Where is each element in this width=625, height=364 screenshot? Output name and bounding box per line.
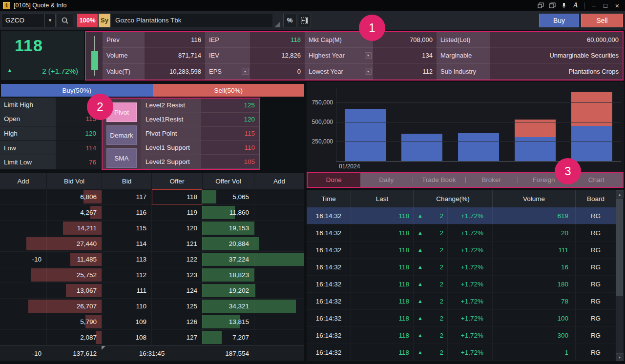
bid-price-cell[interactable]: 109: [102, 314, 151, 329]
offer-volume-cell[interactable]: 18,823: [202, 267, 254, 283]
offer-volume-cell[interactable]: 11,860: [202, 205, 254, 220]
dropdown-arrow-icon[interactable]: ▼: [365, 68, 372, 75]
zoom-level-badge[interactable]: 100%: [77, 14, 98, 27]
bid-price-cell[interactable]: 108: [102, 330, 151, 345]
offer-price-cell[interactable]: 125: [151, 299, 202, 314]
restore-window-icon[interactable]: [536, 1, 545, 10]
offer-price-cell[interactable]: 118: [151, 189, 202, 204]
bid-price-cell[interactable]: 117: [102, 189, 151, 204]
offer-volume-cell[interactable]: 5,065: [202, 189, 254, 204]
bid-volume-cell[interactable]: 4,267: [46, 205, 102, 220]
add-cell[interactable]: [0, 314, 46, 329]
security-name-field[interactable]: Gozco Plantations Tbk: [111, 14, 272, 27]
bid-price-cell[interactable]: 116: [102, 205, 151, 220]
add-cell[interactable]: [254, 299, 304, 314]
sell-button[interactable]: Sell: [581, 14, 623, 27]
add-cell[interactable]: [254, 189, 304, 204]
add-cell[interactable]: [0, 330, 46, 345]
add-cell[interactable]: -10: [0, 252, 46, 267]
bid-volume-cell[interactable]: 11,485: [46, 252, 102, 267]
bid-volume-cell[interactable]: 2,087: [46, 330, 102, 345]
tab-done[interactable]: Done: [308, 173, 360, 187]
add-cell[interactable]: [254, 283, 304, 298]
bid-volume-cell[interactable]: 27,440: [46, 236, 102, 251]
bid-price-cell[interactable]: 111: [102, 283, 151, 298]
minimize-icon[interactable]: –: [589, 1, 599, 10]
done-trade-row[interactable]: 16:14:32118▲2+1.72%100RG: [307, 310, 616, 327]
tab-daily[interactable]: Daily: [360, 173, 413, 187]
add-cell[interactable]: [0, 299, 46, 314]
add-cell[interactable]: [0, 236, 46, 251]
done-trade-row[interactable]: 16:14:32118▲2+1.72%300RG: [307, 327, 616, 344]
add-cell[interactable]: [254, 267, 304, 283]
add-cell[interactable]: [254, 252, 304, 267]
maximize-icon[interactable]: □: [601, 1, 610, 10]
offer-volume-cell[interactable]: 19,202: [202, 283, 254, 298]
add-cell[interactable]: [0, 205, 46, 220]
offer-price-cell[interactable]: 124: [151, 283, 202, 298]
pivot-button-demark[interactable]: Demark: [106, 125, 137, 145]
bid-price-cell[interactable]: 115: [102, 221, 151, 236]
offer-volume-cell[interactable]: 34,321: [202, 299, 254, 314]
scrollbar[interactable]: ▲ ▼: [616, 190, 624, 361]
bid-volume-cell[interactable]: 26,707: [46, 299, 102, 314]
add-cell[interactable]: [0, 283, 46, 298]
bid-volume-cell[interactable]: 5,790: [46, 314, 102, 329]
bid-price-cell[interactable]: 112: [102, 267, 151, 283]
done-trade-row[interactable]: 16:14:32118▲2+1.72%180RG: [307, 276, 616, 293]
dock-panel-button[interactable]: [298, 14, 311, 27]
scrollbar-thumb[interactable]: [616, 199, 623, 296]
add-cell[interactable]: [254, 330, 304, 345]
offer-price-cell[interactable]: 122: [151, 252, 202, 267]
tab-broker[interactable]: Broker: [465, 173, 518, 187]
done-trade-row[interactable]: 16:14:32118▲2+1.72%16RG: [307, 259, 616, 276]
offer-volume-cell[interactable]: 19,153: [202, 221, 254, 236]
add-cell[interactable]: [254, 205, 304, 220]
offer-price-cell[interactable]: 126: [151, 314, 202, 329]
bid-price-cell[interactable]: 114: [102, 236, 151, 251]
add-cell[interactable]: [254, 236, 304, 251]
scroll-up-icon[interactable]: ▲: [616, 190, 624, 198]
offer-price-cell[interactable]: 121: [151, 236, 202, 251]
offer-volume-cell[interactable]: 20,884: [202, 236, 254, 251]
dropdown-arrow-icon[interactable]: ▼: [242, 68, 249, 75]
bid-volume-cell[interactable]: 6,806: [46, 189, 102, 204]
pivot-button-sma[interactable]: SMA: [106, 148, 137, 168]
done-trade-row[interactable]: 16:14:32118▲2+1.72%111RG: [307, 242, 616, 259]
bid-volume-cell[interactable]: 13,067: [46, 283, 102, 298]
done-trade-row[interactable]: 16:14:32118▲2+1.72%78RG: [307, 293, 616, 310]
add-cell[interactable]: [254, 314, 304, 329]
percent-button[interactable]: %: [283, 14, 296, 27]
offer-price-cell[interactable]: 120: [151, 221, 202, 236]
bid-price-cell[interactable]: 110: [102, 299, 151, 314]
buy-button[interactable]: Buy: [539, 14, 579, 27]
add-cell[interactable]: [0, 189, 46, 204]
bid-price-cell[interactable]: 113: [102, 252, 151, 267]
dropdown-arrow-icon[interactable]: ▼: [365, 52, 372, 59]
bid-volume-cell[interactable]: 14,211: [46, 221, 102, 236]
tab-trade-book[interactable]: Trade Book: [413, 173, 465, 187]
done-trade-row[interactable]: 16:14:32118▲2+1.72%20RG: [307, 224, 616, 242]
done-trade-row[interactable]: 16:14:32118▲2+1.72%1RG: [307, 344, 616, 361]
offer-price-cell[interactable]: 127: [151, 330, 202, 345]
offer-price-cell[interactable]: 123: [151, 267, 202, 283]
duplicate-window-icon[interactable]: [547, 1, 557, 10]
font-settings-icon[interactable]: A: [571, 1, 581, 10]
pin-icon[interactable]: [559, 1, 569, 10]
symbol-input[interactable]: GZCO: [1, 17, 44, 24]
scroll-down-icon[interactable]: ▼: [616, 353, 624, 361]
bid-volume-cell[interactable]: 25,752: [46, 267, 102, 283]
offer-price-cell[interactable]: 119: [151, 205, 202, 220]
chevron-down-icon[interactable]: ▾: [44, 14, 55, 27]
close-icon[interactable]: ×: [612, 1, 622, 10]
done-trade-row[interactable]: 16:14:32118▲2+1.72%619RG: [307, 207, 616, 224]
offer-volume-cell[interactable]: 7,207: [202, 330, 254, 345]
add-cell[interactable]: [0, 221, 46, 236]
sy-badge[interactable]: Sy: [99, 14, 110, 27]
offer-volume-cell[interactable]: 37,224: [202, 252, 254, 267]
add-cell[interactable]: [254, 221, 304, 236]
add-cell[interactable]: [0, 267, 46, 283]
offer-volume-cell[interactable]: 13,815: [202, 314, 254, 329]
symbol-combobox[interactable]: GZCO ▾: [1, 14, 56, 27]
search-button[interactable]: [57, 14, 73, 27]
